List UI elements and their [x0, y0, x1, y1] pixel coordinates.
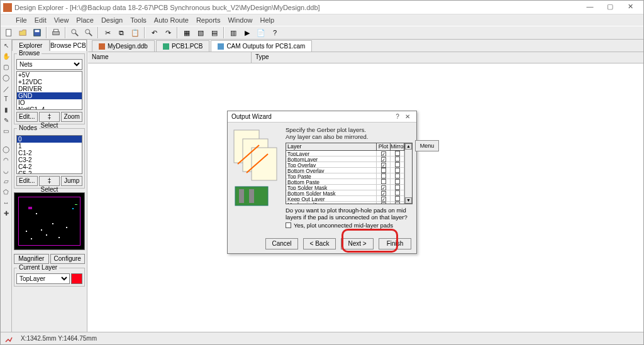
lt-region-icon[interactable]: ▱: [1, 178, 11, 187]
tool-redo-icon[interactable]: ↷: [162, 27, 174, 38]
node-item[interactable]: 1: [17, 143, 82, 150]
tool-print-icon[interactable]: [50, 27, 62, 38]
close-button[interactable]: ✕: [622, 3, 638, 13]
tool-save-icon[interactable]: [31, 27, 43, 38]
menu-file[interactable]: File: [16, 16, 27, 24]
lt-dim-icon[interactable]: ↔: [1, 199, 11, 209]
dialog-close-button[interactable]: ✕: [402, 113, 413, 120]
scroll-up-icon[interactable]: ▲: [405, 143, 412, 150]
lt-arc2-icon[interactable]: ◡: [1, 167, 11, 177]
maximize-button[interactable]: ▢: [602, 3, 618, 13]
browse-select-button[interactable]: ‡ Select: [39, 112, 60, 122]
menu-design[interactable]: Design: [101, 16, 123, 24]
browse-combo[interactable]: Nets: [16, 59, 82, 70]
dialog-help-button[interactable]: ?: [392, 113, 402, 120]
layer-row[interactable]: TopLayer✓: [286, 151, 404, 156]
col-layer[interactable]: Layer: [286, 143, 377, 150]
col-type[interactable]: Type: [252, 52, 643, 63]
tool-misc3-icon[interactable]: ▤: [208, 27, 221, 38]
nodes-jump-button[interactable]: Jump: [61, 176, 82, 186]
finish-button[interactable]: Finish: [379, 238, 411, 249]
tool-misc1-icon[interactable]: ▦: [180, 27, 193, 38]
lt-rect-icon[interactable]: ▭: [1, 128, 11, 137]
tool-cut-icon[interactable]: ✂: [101, 27, 114, 38]
current-layer-combo[interactable]: TopLayer: [16, 273, 70, 284]
tab-browse-pcb[interactable]: Browse PCB: [50, 40, 87, 51]
lt-circle-icon[interactable]: ◯: [1, 146, 11, 155]
menu-help[interactable]: Help: [260, 16, 275, 24]
browse-zoom-button[interactable]: Zoom: [61, 112, 82, 122]
lt-cursor-icon[interactable]: ↖: [1, 42, 11, 52]
layer-row[interactable]: Top Paste: [286, 173, 404, 179]
lt-text-icon[interactable]: T: [1, 96, 11, 105]
col-plot[interactable]: Plot: [377, 143, 391, 150]
net-item[interactable]: GND: [17, 92, 82, 99]
tool-zoomin-icon[interactable]: [69, 27, 81, 38]
tool-undo-icon[interactable]: ↶: [148, 27, 160, 38]
cancel-button[interactable]: Cancel: [265, 238, 298, 249]
lt-poly-icon[interactable]: ⬠: [1, 189, 11, 198]
layer-row[interactable]: Bottom Solder Mask✓: [286, 190, 404, 196]
nets-listbox[interactable]: +5V+12VDCDRIVERGNDIONetIC1_4NetIC1_6NetI…: [16, 71, 82, 110]
lt-fill-icon[interactable]: ▮: [1, 106, 11, 116]
layer-row[interactable]: Mechanical1✓: [286, 202, 404, 204]
layer-row[interactable]: Top Solder Mask✓: [286, 185, 404, 190]
lt-pad-icon[interactable]: ▢: [1, 63, 11, 73]
menu-reports[interactable]: Reports: [196, 16, 221, 24]
tool-run-icon[interactable]: ▶: [241, 27, 253, 38]
plot-unconnected-checkbox[interactable]: [286, 222, 291, 228]
menu-autoroute[interactable]: Auto Route: [154, 16, 189, 24]
tool-doc-icon[interactable]: 📄: [255, 27, 267, 38]
back-button[interactable]: < Back: [303, 238, 336, 249]
tool-open-icon[interactable]: [17, 27, 30, 38]
configure-button[interactable]: Configure: [50, 254, 86, 264]
tool-misc2-icon[interactable]: ▧: [194, 27, 207, 38]
node-item[interactable]: C1-2: [17, 150, 82, 156]
lt-line-icon[interactable]: ／: [1, 85, 11, 94]
layers-menu-button[interactable]: Menu: [415, 140, 439, 151]
net-item[interactable]: +12VDC: [17, 79, 82, 85]
net-item[interactable]: +5V: [17, 72, 82, 79]
col-name[interactable]: Name: [88, 52, 252, 63]
doc-tab-cam[interactable]: CAM Outputs for PCB1.cam: [211, 40, 312, 52]
node-item[interactable]: C3-2: [17, 156, 82, 163]
layer-row[interactable]: Top Overlay✓: [286, 162, 404, 168]
menu-place[interactable]: Place: [76, 16, 94, 24]
net-item[interactable]: DRIVER: [17, 85, 82, 92]
node-item[interactable]: 0: [17, 136, 82, 143]
net-item[interactable]: IO: [17, 99, 82, 106]
next-button[interactable]: Next >: [341, 238, 374, 249]
lt-arc-icon[interactable]: ◠: [1, 156, 11, 166]
layer-table[interactable]: Layer Plot Mirror TopLayer✓BottomLayer✓T…: [286, 143, 413, 204]
menu-window[interactable]: Window: [228, 16, 252, 24]
col-mirror[interactable]: Mirror: [391, 143, 404, 150]
menu-tools[interactable]: Tools: [130, 16, 147, 24]
magnifier-button[interactable]: Magnifier: [14, 254, 49, 264]
browse-edit-button[interactable]: Edit...: [16, 112, 38, 122]
tool-zoomout-icon[interactable]: [82, 27, 95, 38]
doc-tab-mydesign[interactable]: MyDesign.ddb: [92, 40, 155, 52]
tool-help-icon[interactable]: ?: [269, 27, 281, 38]
nodes-edit-button[interactable]: Edit...: [16, 176, 38, 186]
lt-via-icon[interactable]: ◯: [1, 74, 11, 84]
layer-row[interactable]: BottomLayer✓: [286, 156, 404, 162]
layer-row[interactable]: Bottom Paste: [286, 179, 404, 185]
menu-view[interactable]: View: [54, 16, 69, 24]
tool-paste-icon[interactable]: 📋: [129, 27, 142, 38]
lt-hand-icon[interactable]: ✋: [1, 53, 11, 62]
lt-place-icon[interactable]: ✎: [1, 117, 11, 126]
scroll-down-icon[interactable]: ▼: [405, 197, 412, 204]
tool-layer-icon[interactable]: ▥: [227, 27, 240, 38]
minimize-button[interactable]: —: [582, 3, 598, 13]
net-item[interactable]: NetIC1_4: [17, 106, 82, 110]
tool-copy-icon[interactable]: ⧉: [115, 27, 128, 38]
node-item[interactable]: C5-2: [17, 170, 82, 174]
layer-row[interactable]: Keep Out Layer✓: [286, 196, 404, 202]
doc-tab-pcb1[interactable]: PCB1.PCB: [156, 40, 209, 52]
layer-row[interactable]: Bottom Overlay: [286, 168, 404, 173]
node-item[interactable]: C4-2: [17, 163, 82, 170]
nodes-select-button[interactable]: ‡ Select: [39, 176, 60, 186]
tool-new-icon[interactable]: [3, 27, 16, 38]
layer-scrollbar[interactable]: ▲ ▼: [404, 143, 412, 204]
menu-edit[interactable]: Edit: [35, 16, 47, 24]
